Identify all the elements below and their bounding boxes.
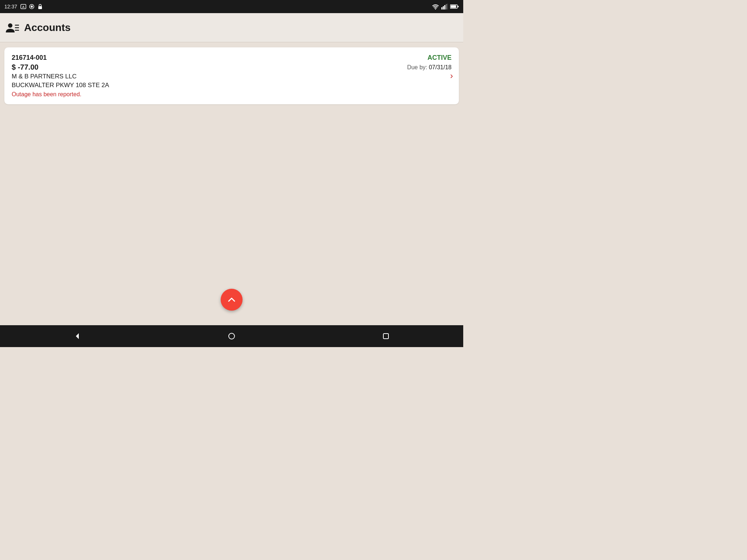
- svg-rect-13: [458, 6, 459, 7]
- battery-icon: [450, 4, 459, 9]
- account-outage-message: Outage has been reported.: [12, 91, 452, 98]
- signal-icon: [441, 4, 448, 9]
- status-bar-right: [432, 4, 459, 9]
- account-number: 216714-001: [12, 54, 47, 62]
- circle-icon: [28, 3, 35, 10]
- svg-point-19: [229, 333, 235, 339]
- accounts-icon: [6, 22, 19, 33]
- a-icon: A: [20, 3, 27, 10]
- svg-point-3: [31, 5, 33, 8]
- svg-rect-20: [383, 334, 388, 339]
- account-name: M & B PARTNERS LLC: [12, 73, 452, 80]
- nav-bar: [0, 325, 463, 347]
- due-label: Due by:: [407, 64, 427, 70]
- status-bar: 12:37 A: [0, 0, 463, 13]
- due-date-text: Due by: 07/31/18: [407, 64, 452, 71]
- app-bar: Accounts: [0, 13, 463, 42]
- page-title: Accounts: [24, 22, 71, 34]
- svg-marker-18: [76, 333, 79, 339]
- scroll-up-fab[interactable]: [221, 289, 243, 311]
- status-icons: A: [20, 3, 43, 10]
- svg-rect-12: [451, 5, 456, 8]
- svg-text:A: A: [22, 5, 25, 9]
- svg-rect-9: [446, 4, 447, 9]
- status-time: 12:37: [4, 4, 17, 9]
- chevron-up-icon: [227, 295, 237, 305]
- main-content: 216714-001 ACTIVE $ -77.00 Due by: 07/31…: [0, 42, 463, 325]
- due-date-value: 07/31/18: [429, 64, 452, 70]
- account-card-header: 216714-001 ACTIVE: [12, 54, 452, 62]
- svg-point-14: [8, 23, 12, 28]
- svg-rect-8: [444, 5, 445, 9]
- svg-rect-10: [447, 4, 448, 9]
- svg-point-5: [435, 8, 436, 9]
- svg-rect-7: [443, 6, 444, 9]
- status-bar-left: 12:37 A: [4, 3, 43, 10]
- wifi-icon: [432, 4, 439, 9]
- recents-button[interactable]: [375, 329, 397, 343]
- home-button[interactable]: [221, 329, 243, 343]
- account-address: BUCKWALTER PKWY 108 STE 2A: [12, 82, 452, 89]
- account-status: ACTIVE: [427, 54, 452, 62]
- svg-rect-4: [38, 6, 42, 9]
- account-card[interactable]: 216714-001 ACTIVE $ -77.00 Due by: 07/31…: [4, 47, 459, 104]
- account-balance: $ -77.00: [12, 63, 38, 71]
- back-button[interactable]: [66, 329, 88, 343]
- account-balance-row: $ -77.00 Due by: 07/31/18: [12, 63, 452, 71]
- chevron-right-icon[interactable]: ›: [450, 71, 453, 81]
- lock-icon: [37, 3, 43, 10]
- svg-rect-6: [441, 7, 442, 9]
